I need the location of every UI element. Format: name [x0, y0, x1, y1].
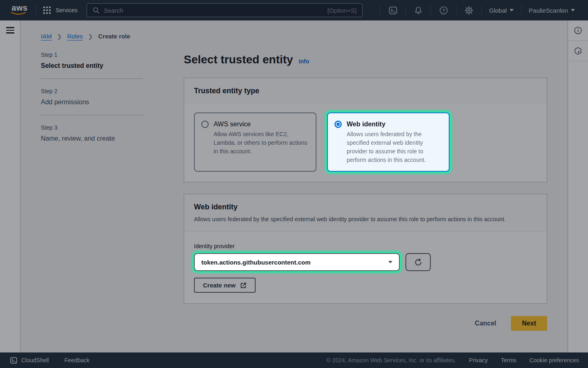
wizard-step-1[interactable]: Step 1 Select trusted entity [41, 52, 143, 70]
identity-provider-value: token.actions.githubusercontent.com [201, 259, 388, 266]
svg-text:?: ? [442, 8, 445, 13]
grid-icon [43, 7, 51, 14]
applications-panel-toggle[interactable] [568, 41, 588, 61]
web-identity-container: Web identity Allows users federated by t… [184, 194, 547, 304]
tile-web-identity[interactable]: Web identity Allows users federated by t… [327, 112, 450, 172]
search-box[interactable]: [Option+S] [87, 3, 363, 17]
terminal-icon [10, 357, 18, 364]
menu-icon [6, 27, 14, 28]
tile-title: Web identity [347, 120, 442, 129]
info-link[interactable]: Info [299, 58, 310, 65]
step-number: Step 1 [41, 52, 143, 58]
notifications-button[interactable] [406, 0, 431, 20]
wizard-steps-nav: Step 1 Select trusted entity Step 2 Add … [41, 52, 143, 142]
breadcrumb-iam-link[interactable]: IAM [41, 33, 52, 40]
cloudshell-label: CloudShell [21, 357, 49, 364]
trusted-entity-type-container: Trusted entity type AWS service Allow AW… [184, 78, 547, 182]
container-header: Web identity Allows users federated by t… [184, 194, 547, 232]
search-input[interactable] [104, 7, 323, 14]
search-shortcut-hint: [Option+S] [327, 7, 356, 14]
step-title: Name, review, and create [41, 135, 143, 142]
services-menu-button[interactable]: Services [43, 0, 78, 20]
region-selector[interactable]: Global [482, 7, 521, 14]
chevron-down-icon [388, 261, 392, 263]
left-nav-strip [0, 20, 20, 352]
bell-icon [414, 6, 423, 15]
footer-feedback-button[interactable]: Feedback [65, 357, 89, 364]
feedback-label: Feedback [65, 357, 89, 364]
step-number: Step 2 [41, 88, 143, 94]
trusted-entity-heading: Trusted entity type [194, 87, 537, 95]
step-title: Add permissions [41, 99, 143, 106]
help-button[interactable]: ? [431, 0, 456, 20]
copyright-text: © 2024, Amazon Web Services, Inc. or its… [326, 357, 456, 364]
open-navigation-button[interactable] [6, 27, 14, 34]
region-label: Global [489, 7, 507, 14]
identity-provider-label: Identity provider [194, 243, 537, 249]
step-number: Step 3 [41, 124, 143, 131]
privacy-link[interactable]: Privacy [469, 357, 488, 364]
container-header: Trusted entity type [184, 78, 547, 103]
page-title: Select trusted entity [184, 53, 293, 66]
radio-selected[interactable] [334, 121, 342, 128]
cancel-button[interactable]: Cancel [475, 320, 496, 327]
chevron-right-icon: ❯ [57, 33, 62, 40]
divider [41, 115, 143, 115]
breadcrumb: IAM ❯ Roles ❯ Create role [41, 33, 130, 40]
main-content: Select trusted entity Info Trusted entit… [184, 53, 547, 331]
hexagon-icon [574, 47, 582, 55]
breadcrumb-roles-link[interactable]: Roles [67, 33, 82, 40]
footer-cloudshell-button[interactable]: CloudShell [10, 357, 49, 364]
chevron-right-icon: ❯ [88, 33, 93, 40]
tile-description: Allow AWS services like EC2, Lambda, or … [214, 130, 309, 156]
cloudshell-button[interactable] [381, 0, 405, 20]
info-panel-toggle[interactable] [568, 20, 588, 41]
search-icon [93, 7, 100, 14]
right-tools-panel [568, 20, 588, 352]
web-identity-description: Allows users federated by the specified … [194, 215, 525, 223]
wizard-step-3[interactable]: Step 3 Name, review, and create [41, 124, 143, 142]
tile-description: Allows users federated by the specified … [347, 130, 442, 164]
menu-icon [6, 32, 14, 34]
gear-icon [464, 6, 474, 15]
chevron-down-icon [510, 9, 514, 11]
terminal-icon [388, 6, 398, 15]
web-identity-heading: Web identity [194, 203, 537, 211]
info-icon [574, 26, 582, 35]
footer-bar: CloudShell Feedback © 2024, Amazon Web S… [0, 352, 588, 368]
divider [41, 79, 143, 79]
wizard-step-2[interactable]: Step 2 Add permissions [41, 88, 143, 106]
radio-unselected[interactable] [201, 121, 209, 128]
create-new-label: Create new [203, 282, 236, 289]
refresh-button[interactable] [405, 253, 431, 271]
next-button[interactable]: Next [511, 316, 547, 331]
top-navigation-bar: aws Services [Option+S] ? Global [0, 0, 588, 20]
tile-title: AWS service [214, 120, 309, 129]
services-label: Services [56, 7, 78, 13]
chevron-down-icon [571, 9, 575, 11]
breadcrumb-current: Create role [98, 33, 130, 40]
menu-icon [6, 30, 14, 31]
create-new-button[interactable]: Create new [194, 278, 256, 293]
tile-aws-service[interactable]: AWS service Allow AWS services like EC2,… [194, 112, 316, 172]
cookie-preferences-link[interactable]: Cookie preferences [530, 357, 579, 364]
aws-smile-icon [11, 12, 26, 16]
account-name: PaulieScanlon [529, 7, 568, 14]
external-link-icon [240, 282, 247, 289]
terms-link[interactable]: Terms [501, 357, 516, 364]
aws-logo-text: aws [11, 4, 29, 12]
refresh-icon [414, 258, 423, 267]
topbar-divider [36, 5, 36, 16]
step-title: Select trusted entity [41, 62, 143, 70]
settings-button[interactable] [457, 0, 481, 20]
aws-logo[interactable]: aws [11, 4, 29, 16]
account-menu[interactable]: PaulieScanlon [521, 7, 582, 14]
identity-provider-select[interactable]: token.actions.githubusercontent.com [194, 253, 400, 271]
question-icon: ? [439, 6, 448, 15]
